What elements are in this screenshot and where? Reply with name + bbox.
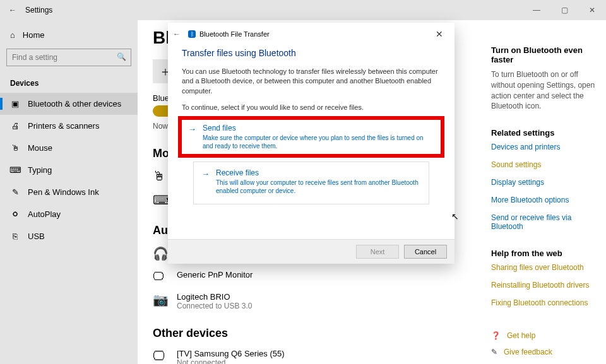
help-heading: Help from the web: [491, 249, 598, 258]
device-name: Generic PnP Monitor: [177, 270, 252, 279]
receive-desc: This will allow your computer to receive…: [216, 179, 421, 195]
sidebar-item-label: AutoPlay: [28, 209, 61, 219]
sidebar-item-label: Pen & Windows Ink: [28, 187, 99, 197]
get-help-row[interactable]: ❓ Get help: [491, 331, 598, 340]
tv-icon: 🖵: [153, 349, 168, 363]
sidebar-item-label: Bluetooth & other devices: [28, 99, 121, 109]
sidebar: ⌂ Home 🔍 Devices ▣ Bluetooth & other dev…: [0, 20, 138, 364]
help-link-sharing[interactable]: Sharing files over Bluetooth: [491, 263, 598, 272]
dialog-heading: Transfer files using Bluetooth: [182, 48, 441, 58]
search-field[interactable]: 🔍: [6, 49, 131, 66]
related-heading: Related settings: [491, 128, 598, 138]
monitor-icon: 🖵: [153, 270, 168, 283]
bluetooth-transfer-dialog: ← ᛒ Bluetooth File Transfer ✕ Transfer f…: [168, 23, 454, 264]
link-send-receive[interactable]: Send or receive files via Bluetooth: [491, 213, 598, 231]
link-more-bluetooth[interactable]: More Bluetooth options: [491, 196, 598, 204]
dialog-back-button[interactable]: ←: [173, 30, 184, 38]
search-input[interactable]: [6, 49, 131, 66]
back-button[interactable]: ←: [0, 6, 25, 15]
receive-title: Receive files: [216, 168, 421, 177]
dialog-instruction: To continue, select if you would like to…: [182, 103, 441, 111]
dialog-description: You can use Bluetooth technology to tran…: [182, 67, 441, 96]
sidebar-item-label: Printers & scanners: [28, 121, 99, 131]
send-title: Send files: [203, 124, 434, 132]
sidebar-item-label: Mouse: [28, 143, 52, 153]
tip-text: To turn Bluetooth on or off without open…: [491, 69, 598, 112]
link-devices-printers[interactable]: Devices and printers: [491, 143, 598, 151]
home-button[interactable]: ⌂ Home: [0, 26, 138, 44]
sidebar-item-mouse[interactable]: 🖱 Mouse: [0, 137, 138, 159]
headphones-icon: 🎧: [153, 246, 168, 261]
feedback-row[interactable]: ✎ Give feedback: [491, 348, 598, 356]
link-sound-settings[interactable]: Sound settings: [491, 160, 598, 169]
home-icon: ⌂: [10, 30, 15, 40]
maximize-button[interactable]: ▢: [550, 0, 578, 20]
keyboard-device-icon: ⌨: [153, 192, 168, 208]
mouse-device-icon: 🖱: [153, 169, 168, 184]
sidebar-item-typing[interactable]: ⌨ Typing: [0, 159, 138, 181]
home-label: Home: [23, 30, 45, 40]
highlight-box: → Send files Make sure the computer or d…: [178, 116, 444, 158]
device-subtext: Connected to USB 3.0: [177, 302, 252, 310]
dialog-close-button[interactable]: ✕: [436, 29, 447, 39]
receive-files-option[interactable]: → Receive files This will allow your com…: [201, 168, 421, 195]
help-icon: ❓: [491, 331, 501, 340]
next-button: Next: [356, 245, 399, 259]
sidebar-item-printers[interactable]: 🖨 Printers & scanners: [0, 115, 138, 137]
mouse-icon: 🖱: [10, 143, 20, 153]
sidebar-item-pen[interactable]: ✎ Pen & Windows Ink: [0, 181, 138, 203]
sidebar-item-autoplay[interactable]: ⭘ AutoPlay: [0, 203, 138, 225]
window-title: Settings: [25, 6, 523, 15]
device-name: [TV] Samsung Q6 Series (55): [177, 349, 285, 358]
sidebar-item-label: Typing: [28, 165, 52, 175]
autoplay-icon: ⭘: [10, 209, 20, 219]
close-button[interactable]: ✕: [578, 0, 606, 20]
send-desc: Make sure the computer or device where y…: [203, 134, 434, 150]
cancel-button[interactable]: Cancel: [404, 245, 447, 259]
printer-icon: 🖨: [10, 121, 20, 131]
arrow-icon: →: [188, 124, 196, 150]
bluetooth-small-icon: ᛒ: [188, 30, 196, 38]
right-pane: Turn on Bluetooth even faster To turn Bl…: [491, 20, 606, 356]
search-icon: 🔍: [117, 52, 126, 61]
bluetooth-icon: ▣: [10, 99, 20, 109]
feedback-label: Give feedback: [504, 348, 552, 356]
arrow-icon: →: [201, 168, 210, 195]
help-link-fixing[interactable]: Fixing Bluetooth connections: [491, 298, 598, 307]
link-display-settings[interactable]: Display settings: [491, 178, 598, 187]
sidebar-item-usb[interactable]: ⎘ USB: [0, 225, 138, 247]
device-subtext: Not connected: [177, 358, 285, 364]
device-name: Logitech BRIO: [177, 292, 252, 302]
minimize-button[interactable]: —: [523, 0, 550, 20]
feedback-icon: ✎: [491, 348, 497, 356]
pen-icon: ✎: [10, 187, 20, 197]
webcam-icon: 📷: [153, 292, 168, 307]
tip-heading: Turn on Bluetooth even faster: [491, 45, 598, 64]
send-files-option[interactable]: → Send files Make sure the computer or d…: [188, 124, 434, 150]
sidebar-item-label: USB: [28, 232, 45, 241]
dialog-title: Bluetooth File Transfer: [199, 30, 436, 38]
category-label: Devices: [0, 74, 138, 93]
keyboard-icon: ⌨: [10, 165, 20, 175]
sidebar-item-bluetooth[interactable]: ▣ Bluetooth & other devices: [0, 93, 138, 115]
get-help-label: Get help: [507, 331, 535, 340]
usb-icon: ⎘: [10, 232, 20, 241]
help-link-reinstall[interactable]: Reinstalling Bluetooth drivers: [491, 281, 598, 290]
